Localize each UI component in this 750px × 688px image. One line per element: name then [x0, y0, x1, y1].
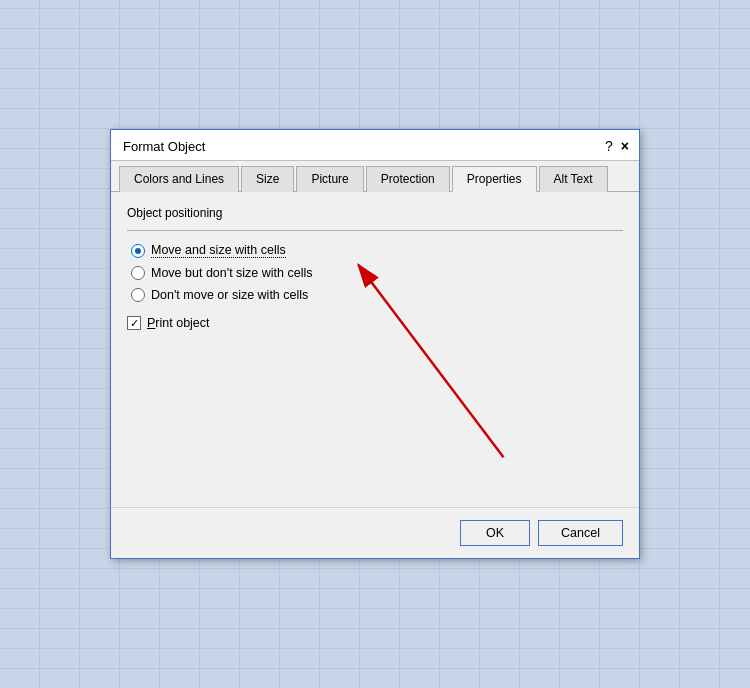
title-controls: ? × — [605, 138, 629, 154]
ok-button[interactable]: OK — [460, 520, 530, 546]
close-button[interactable]: × — [621, 138, 629, 154]
tab-colors-and-lines[interactable]: Colors and Lines — [119, 166, 239, 192]
radio-group-positioning: Move and size with cells Move but don't … — [131, 243, 623, 302]
dialog-content: Object positioning Move and size with ce… — [111, 192, 639, 507]
tab-protection[interactable]: Protection — [366, 166, 450, 192]
dialog-title: Format Object — [123, 139, 205, 154]
radio-circle-3 — [131, 288, 145, 302]
radio-move-and-size[interactable]: Move and size with cells — [131, 243, 623, 258]
section-divider — [127, 230, 623, 231]
radio-circle-1 — [131, 244, 145, 258]
tab-picture[interactable]: Picture — [296, 166, 363, 192]
radio-label-1: Move and size with cells — [151, 243, 286, 258]
annotation-arrow — [111, 192, 639, 507]
radio-label-3: Don't move or size with cells — [151, 288, 308, 302]
radio-no-move-no-size[interactable]: Don't move or size with cells — [131, 288, 623, 302]
title-bar: Format Object ? × — [111, 130, 639, 161]
radio-circle-2 — [131, 266, 145, 280]
print-object-checkbox[interactable]: Print object — [127, 316, 623, 330]
format-object-dialog: Format Object ? × Colors and Lines Size … — [110, 129, 640, 559]
dialog-footer: OK Cancel — [111, 507, 639, 558]
section-title: Object positioning — [127, 206, 623, 220]
tab-bar: Colors and Lines Size Picture Protection… — [111, 161, 639, 192]
radio-label-2: Move but don't size with cells — [151, 266, 313, 280]
cancel-button[interactable]: Cancel — [538, 520, 623, 546]
tab-alt-text[interactable]: Alt Text — [539, 166, 608, 192]
help-button[interactable]: ? — [605, 138, 613, 154]
print-label: Print object — [147, 316, 210, 330]
tab-size[interactable]: Size — [241, 166, 294, 192]
checkbox-print — [127, 316, 141, 330]
tab-properties[interactable]: Properties — [452, 166, 537, 192]
radio-move-no-size[interactable]: Move but don't size with cells — [131, 266, 623, 280]
